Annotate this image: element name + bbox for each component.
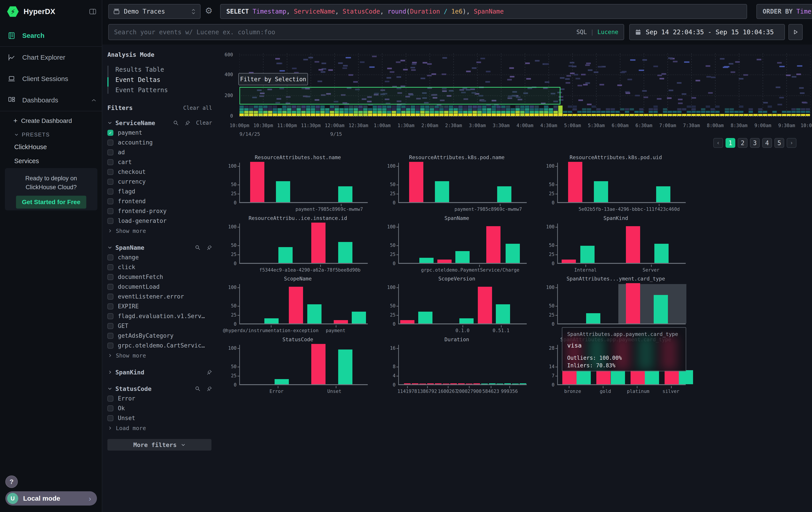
bar[interactable] (656, 186, 670, 202)
bar[interactable] (586, 313, 600, 323)
checkbox[interactable] (107, 343, 113, 349)
filter-checkbox-change[interactable]: change (107, 252, 212, 262)
pagination-page-3[interactable]: 3 (750, 138, 760, 148)
filter-checkbox-eventListener-error[interactable]: eventListener.error (107, 292, 212, 301)
checkbox[interactable] (107, 333, 113, 339)
create-dashboard-button[interactable]: + Create Dashboard (0, 113, 102, 129)
chart-plot[interactable] (557, 284, 686, 324)
bar[interactable] (459, 318, 473, 323)
checkbox[interactable] (107, 396, 113, 402)
checkbox[interactable] (107, 198, 113, 204)
bar[interactable] (443, 383, 450, 384)
bar[interactable] (274, 379, 289, 384)
bar[interactable] (505, 244, 520, 263)
bar[interactable] (418, 312, 432, 323)
clear-filter-button[interactable]: Clear (196, 120, 212, 126)
date-range-picker[interactable]: Sep 14 22:04:35 - Sep 15 10:04:35 (629, 24, 785, 40)
checkbox[interactable] (107, 264, 113, 270)
chart-r4c1[interactable]: StatusCode10050250ErrorUnset (228, 336, 368, 397)
filter-group-header-ServiceName[interactable]: ServiceNameClear (107, 118, 212, 128)
sidebar-item-chart-explorer[interactable]: Chart Explorer (0, 47, 102, 68)
chart-plot[interactable] (239, 345, 368, 385)
checkbox[interactable] (107, 208, 113, 214)
collapse-sidebar-icon[interactable] (89, 8, 96, 15)
chart-r3c1[interactable]: ScopeName10050250@hyperdx/instrumentatio… (228, 276, 368, 336)
pin-icon[interactable] (206, 245, 212, 250)
bar[interactable] (307, 304, 321, 323)
bar[interactable] (338, 186, 352, 202)
filter-checkbox-Error[interactable]: Error (107, 394, 212, 403)
checkbox[interactable] (107, 169, 113, 175)
bar[interactable] (473, 383, 480, 384)
bar[interactable] (419, 258, 434, 263)
chart-r4c2[interactable]: Duration16840114197813867921600267200027… (387, 336, 527, 397)
bar[interactable] (562, 260, 576, 263)
filter-checkbox-click[interactable]: click (107, 262, 212, 272)
filter-checkbox-documentLoad[interactable]: documentLoad (107, 282, 212, 292)
bar[interactable] (437, 260, 452, 263)
checkbox[interactable] (107, 415, 113, 421)
bar[interactable] (496, 304, 510, 323)
bar[interactable] (654, 295, 668, 323)
filter-checkbox-currency[interactable]: currency (107, 177, 212, 187)
bar[interactable] (626, 226, 640, 263)
bar[interactable] (400, 320, 414, 323)
chart-plot[interactable] (398, 284, 527, 324)
analysis-mode-results-table[interactable]: Results Table (112, 64, 212, 75)
sidebar-item-search[interactable]: Search (0, 25, 102, 46)
filter-checkbox-getAdsByCategory[interactable]: getAdsByCategory (107, 331, 212, 341)
filter-checkbox-documentFetch[interactable]: documentFetch (107, 272, 212, 282)
bar[interactable] (455, 251, 470, 263)
bar[interactable] (611, 370, 625, 384)
filter-checkbox-load-generator[interactable]: load-generator (107, 216, 212, 226)
bar[interactable] (504, 383, 511, 384)
filter-checkbox-Ok[interactable]: Ok (107, 403, 212, 413)
bar[interactable] (435, 383, 441, 384)
bar[interactable] (496, 383, 503, 384)
chart-plot[interactable] (557, 163, 686, 203)
filter-checkbox-EXPIRE[interactable]: EXPIRE (107, 301, 212, 311)
load-more-button[interactable]: Load more (107, 423, 212, 433)
presets-toggle[interactable]: PRESETS (0, 129, 102, 140)
help-button[interactable]: ? (5, 476, 18, 488)
filter-group-header-SpanName[interactable]: SpanName (107, 243, 212, 252)
bar[interactable] (250, 162, 264, 202)
bar[interactable] (427, 383, 434, 384)
filter-checkbox-accounting[interactable]: accounting (107, 138, 212, 147)
bar[interactable] (478, 287, 492, 323)
chart-plot[interactable] (557, 223, 686, 264)
filter-by-selection-button[interactable]: Filter by Selection (238, 73, 308, 85)
bar[interactable] (311, 223, 325, 263)
chart-r1c3[interactable]: ResourceAttributes.k8s.pod.uid100502505e… (546, 155, 686, 215)
pagination-page-2[interactable]: 2 (738, 138, 748, 148)
filter-checkbox-frontend-proxy[interactable]: frontend-proxy (107, 206, 212, 216)
chart-r2c3[interactable]: SpanKind10050250InternalServer (546, 215, 686, 276)
chart-plot[interactable] (239, 223, 368, 264)
checkbox[interactable] (107, 159, 113, 165)
bar[interactable] (338, 350, 352, 384)
checkbox[interactable] (107, 179, 113, 185)
bar[interactable] (338, 242, 352, 263)
bar[interactable] (520, 383, 526, 384)
filter-checkbox-Unset[interactable]: Unset (107, 413, 212, 423)
analysis-mode-event-patterns[interactable]: Event Patterns (112, 85, 212, 95)
checkbox[interactable] (107, 140, 113, 145)
checkbox[interactable] (107, 218, 113, 224)
checkbox[interactable] (107, 150, 113, 155)
chart-r1c1[interactable]: ResourceAttributes.host.name10050250paym… (228, 155, 368, 215)
bar[interactable] (679, 370, 693, 384)
checkbox[interactable] (107, 323, 113, 329)
chart-r3c2[interactable]: ScopeVersion100502500.1.00.51.1 (387, 276, 527, 336)
more-filters-button[interactable]: More filters (107, 439, 211, 451)
chart-plot[interactable] (398, 345, 527, 385)
bar[interactable] (594, 181, 608, 202)
heatmap-selection[interactable] (240, 87, 560, 104)
bar[interactable] (655, 244, 669, 263)
chart-plot[interactable] (398, 223, 527, 264)
bar[interactable] (311, 344, 325, 384)
bar[interactable] (512, 383, 519, 384)
bar[interactable] (631, 370, 645, 384)
sidebar-item-dashboards[interactable]: Dashboards (0, 89, 102, 111)
filter-group-header-StatusCode[interactable]: StatusCode (107, 384, 212, 394)
chart-r1c2[interactable]: ResourceAttributes.k8s.pod.name10050250p… (387, 155, 527, 215)
